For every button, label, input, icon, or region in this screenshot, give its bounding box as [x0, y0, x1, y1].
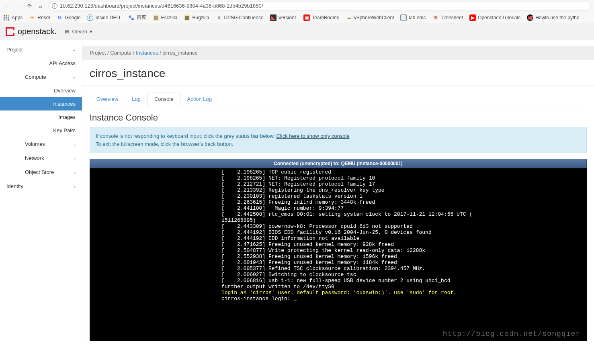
console-status-bar[interactable]: Connected (unencrypted) to: QEMU (instan…: [90, 159, 587, 168]
sidebar-item-instances[interactable]: Instances: [0, 97, 82, 110]
bookmark-openstack-tutorials[interactable]: ▶Openstack Tutorials: [469, 14, 520, 21]
file-icon: 📄: [400, 14, 407, 21]
bookmark-google[interactable]: GGoogle: [57, 14, 81, 21]
tab-action-log[interactable]: Action Log: [180, 92, 219, 106]
main-content: Project / Compute / Instances / cirros_i…: [82, 40, 594, 341]
breadcrumb: Project / Compute / Instances / cirros_i…: [82, 46, 594, 60]
forward-button[interactable]: →: [14, 2, 22, 10]
bugzilla-icon: ▦: [184, 14, 190, 21]
sidebar-item-api-access[interactable]: API Access: [0, 57, 82, 70]
browser-toolbar: ← → ⟳ ⌂ i 10.62.230.129/dashboard/projec…: [0, 0, 594, 12]
bookmark-timesheet[interactable]: 🗓Timesheet: [432, 14, 463, 21]
tab-log[interactable]: Log: [125, 92, 147, 106]
dell-icon: D: [87, 14, 93, 21]
caret-down-icon: ▾: [90, 29, 92, 35]
bookmark-howto-python[interactable]: 🐙Howto use the pytho: [527, 14, 579, 21]
show-only-console-link[interactable]: Click here to show only console: [276, 133, 349, 139]
sidebar-object-store-header[interactable]: Object Store ›: [0, 165, 82, 179]
project-selector[interactable]: ▤ steven ▾: [65, 29, 92, 35]
section-title: Instance Console: [82, 106, 594, 127]
openstack-logo-mark: [6, 27, 14, 36]
chevron-right-icon: ›: [74, 184, 76, 189]
reload-button[interactable]: ⟳: [26, 2, 33, 10]
home-button[interactable]: ⌂: [37, 2, 44, 10]
bookmark-version1[interactable]: ◣Version1: [270, 14, 297, 21]
sidebar-network-header[interactable]: Network ›: [0, 151, 82, 165]
chevron-right-icon: ›: [74, 156, 76, 161]
google-icon: G: [57, 14, 63, 21]
chevron-down-icon: ⌄: [72, 74, 76, 80]
watermark-text: http://blog.csdn.net/songqier: [443, 330, 580, 338]
bookmarks-bar: Apps ✳Reset GGoogle DInside DELL 🐾百度 ▦Es…: [0, 12, 594, 23]
bookmark-dpsg-confluence[interactable]: ✕DPSG Confluence: [216, 14, 264, 21]
bookmark-vsphere[interactable]: ☁vSphereWebClient: [346, 14, 394, 21]
console-info-box: If console is not responding to keyboard…: [90, 127, 587, 153]
breadcrumb-instances-link[interactable]: Instances: [136, 50, 158, 56]
tab-overview[interactable]: Overview: [90, 92, 125, 106]
esczilla-icon: ▦: [153, 14, 159, 21]
tab-console[interactable]: Console: [147, 92, 180, 106]
bookmark-teamrooms[interactable]: ▣TeamRooms: [303, 14, 339, 21]
sidebar-item-images[interactable]: Images: [0, 110, 82, 124]
confluence-icon: ✕: [216, 14, 222, 21]
vsphere-icon: ☁: [346, 14, 352, 21]
bookmark-labemc[interactable]: 📄lab.emc: [400, 14, 426, 21]
baidu-icon: 🐾: [128, 14, 135, 21]
sidebar: Project ⌄ API Access Compute ⌄ Overview …: [0, 40, 82, 341]
sidebar-item-key-pairs[interactable]: Key Pairs: [0, 124, 82, 137]
chevron-right-icon: ›: [74, 142, 76, 147]
back-button[interactable]: ←: [3, 2, 10, 10]
bookmark-reset[interactable]: ✳Reset: [29, 14, 50, 21]
project-icon: ▤: [65, 29, 70, 35]
console-wrapper: Connected (unencrypted) to: QEMU (instan…: [90, 159, 587, 341]
tabs: Overview Log Console Action Log: [90, 92, 587, 106]
bookmark-inside-dell[interactable]: DInside DELL: [87, 14, 121, 21]
sidebar-item-overview[interactable]: Overview: [0, 84, 82, 97]
sidebar-project-header[interactable]: Project ⌄: [0, 43, 82, 57]
page-title: cirros_instance: [82, 65, 594, 86]
teamrooms-icon: ▣: [303, 14, 310, 21]
reset-icon: ✳: [29, 14, 35, 21]
site-info-icon[interactable]: i: [52, 3, 57, 9]
sidebar-compute-header[interactable]: Compute ⌄: [0, 70, 82, 84]
bookmark-apps[interactable]: Apps: [3, 14, 23, 21]
openstack-header: openstack. ▤ steven ▾: [0, 23, 594, 40]
version1-icon: ◣: [270, 14, 277, 21]
youtube-icon: ▶: [469, 14, 476, 21]
sidebar-volumes-header[interactable]: Volumes ›: [0, 137, 82, 151]
address-bar[interactable]: i 10.62.230.129/dashboard/project/instan…: [48, 2, 591, 10]
github-icon: 🐙: [527, 14, 533, 21]
apps-icon: [3, 14, 10, 21]
bookmark-baidu[interactable]: 🐾百度: [128, 14, 146, 21]
timesheet-icon: 🗓: [432, 14, 439, 21]
sidebar-identity-header[interactable]: Identity ›: [0, 179, 82, 193]
url-text: 10.62.230.129/dashboard/project/instance…: [60, 3, 263, 9]
chevron-down-icon: ⌄: [72, 47, 76, 52]
openstack-logo[interactable]: openstack.: [6, 27, 57, 36]
bookmark-bugzilla[interactable]: ▦Bugzilla: [184, 14, 209, 21]
chevron-right-icon: ›: [74, 170, 76, 175]
bookmark-esczilla[interactable]: ▦Esczilla: [153, 14, 178, 21]
console-terminal[interactable]: [ 2.198265] TCP cubic registered[ 2.1982…: [90, 168, 587, 341]
